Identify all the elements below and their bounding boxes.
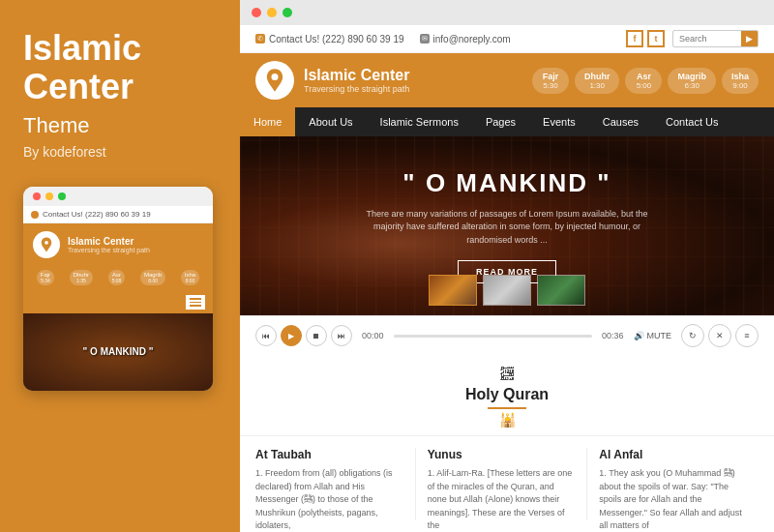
top-bar: ✆ Contact Us! (222) 890 60 39 19 ✉ info@…	[240, 25, 774, 53]
mobile-hero-text: " O MANKIND "	[83, 346, 154, 357]
mobile-prayer-asr: Asr 5:08	[108, 270, 126, 285]
quran-section: ﷽ Holy Quran 🕌	[240, 355, 774, 436]
article-col-2: Yunus 1. Alif-Lam-Ra. [These letters are…	[416, 448, 588, 520]
mobile-header: Islamic Center Traversing the straight p…	[23, 223, 213, 266]
arabic-text: ﷽	[500, 367, 514, 382]
contact-email: ✉ info@noreply.com	[420, 34, 511, 44]
stop-button[interactable]: ⏹	[306, 325, 327, 346]
mobile-hamburger-menu[interactable]	[186, 295, 205, 310]
nav-sermons[interactable]: Islamic Sermons	[367, 107, 472, 136]
mobile-nav-bar	[23, 291, 213, 313]
top-bar-right: f t ▶	[626, 30, 759, 47]
mobile-hero: " O MANKIND "	[23, 313, 213, 391]
prev-button[interactable]: ⏮	[255, 325, 277, 346]
site-logo: Islamic Center Traversing the straight p…	[255, 61, 409, 100]
player-start-time: 00:00	[362, 331, 384, 340]
player-progress-bar[interactable]	[394, 335, 592, 338]
player-controls: ⏮ ▶ ⏹ ⏭	[255, 325, 352, 346]
nav-home[interactable]: Home	[240, 107, 295, 136]
nav-contact[interactable]: Contact Us	[652, 107, 731, 136]
article-col-1: At Taubah 1. Freedom from (all) obligati…	[255, 448, 416, 520]
prayer-asr: Asr 5:00	[625, 68, 662, 94]
mobile-header-text: Islamic Center Traversing the straight p…	[68, 236, 150, 253]
search-input[interactable]	[673, 32, 741, 45]
theme-subtitle: Theme	[23, 113, 89, 138]
browser-dot-green[interactable]	[283, 8, 292, 17]
article-text-2: 1. Alif-Lam-Ra. [These letters are one o…	[428, 467, 576, 532]
articles-section: At Taubah 1. Freedom from (all) obligati…	[240, 436, 774, 532]
player-end-time: 00:36	[602, 331, 624, 340]
browser-chrome	[240, 0, 774, 25]
twitter-icon[interactable]: t	[647, 30, 665, 47]
site-header: Islamic Center Traversing the straight p…	[240, 53, 774, 107]
nav-about[interactable]: About Us	[295, 107, 366, 136]
prayer-magrib: Magrib 6:30	[668, 68, 716, 94]
quran-icon: 🕌	[499, 412, 516, 428]
hero-thumb-1[interactable]	[429, 275, 477, 306]
hero-thumb-2[interactable]	[483, 275, 531, 306]
theme-by: By kodeforest	[23, 144, 106, 160]
mobile-dot-green	[58, 192, 66, 200]
mobile-prayer-magrib: Magrib 6:00	[140, 270, 165, 285]
contact-phone: ✆ Contact Us! (222) 890 60 39 19	[255, 34, 404, 44]
nav-events[interactable]: Events	[529, 107, 589, 136]
playlist-button[interactable]: ≡	[735, 324, 759, 347]
thumb-image-2	[484, 276, 530, 305]
right-panel: ✆ Contact Us! (222) 890 60 39 19 ✉ info@…	[240, 0, 774, 532]
thumb-image-3	[538, 276, 584, 305]
prayer-dhuhr: Dhuhr 1:30	[575, 68, 620, 94]
svg-point-0	[45, 241, 48, 245]
play-button[interactable]: ▶	[281, 325, 302, 346]
prayer-fajr: Fajr 5:30	[532, 68, 569, 94]
site-tagline: Traversing the straight path	[304, 84, 409, 94]
volume-icon: 🔊	[634, 331, 644, 340]
hero-description: There are many variations of passages of…	[352, 208, 662, 248]
svg-point-1	[272, 74, 279, 80]
prayer-times: Fajr 5:30 Dhuhr 1:30 Asr 5:00 Magrib 6:3…	[532, 68, 759, 94]
nav-causes[interactable]: Causes	[589, 107, 652, 136]
nav-bar: Home About Us Islamic Sermons Pages Even…	[240, 107, 774, 136]
article-text-3: 1. They ask you (O Muhammad ﷺ) about the…	[599, 467, 747, 532]
quran-title: Holy Quran	[465, 386, 549, 403]
next-button[interactable]: ⏭	[331, 325, 352, 346]
website-preview: ✆ Contact Us! (222) 890 60 39 19 ✉ info@…	[240, 25, 774, 532]
logo-text: Islamic Center Traversing the straight p…	[304, 67, 409, 94]
search-box[interactable]: ▶	[672, 30, 759, 47]
mobile-contact-bar: Contact Us! (222) 890 60 39 19	[23, 206, 213, 223]
article-title-2: Yunus	[428, 448, 576, 461]
mobile-contact-text: Contact Us! (222) 890 60 39 19	[43, 210, 151, 219]
facebook-icon[interactable]: f	[626, 30, 643, 47]
mobile-logo-circle	[33, 231, 60, 258]
article-title-3: Al Anfal	[599, 448, 747, 461]
hero-thumb-3[interactable]	[537, 275, 585, 306]
mobile-browser-bar	[23, 187, 213, 206]
quran-underline	[488, 407, 526, 409]
mobile-prayer-dhuhr: Dhuhr 1:35	[70, 270, 93, 285]
article-text-1: 1. Freedom from (all) obligations (is de…	[255, 467, 403, 532]
search-button[interactable]: ▶	[741, 31, 758, 46]
player-right-buttons: ↻ ✕ ≡	[681, 324, 759, 347]
theme-title: IslamicCenter	[23, 29, 141, 105]
article-title-1: At Taubah	[255, 448, 403, 461]
mobile-prayer-fajr: Fajr 5:34	[37, 270, 54, 285]
hero-section: " O MANKIND " There are many variations …	[240, 136, 774, 315]
mobile-phone-icon	[31, 211, 39, 219]
nav-pages[interactable]: Pages	[472, 107, 529, 136]
mute-button[interactable]: 🔊 MUTE	[634, 331, 672, 340]
repeat-button[interactable]: ↻	[681, 324, 704, 347]
mobile-dot-red	[33, 192, 41, 200]
thumb-image-1	[430, 276, 476, 305]
hero-thumbnails	[429, 275, 585, 306]
email-icon: ✉	[420, 34, 430, 44]
phone-icon: ✆	[255, 34, 265, 44]
audio-player: ⏮ ▶ ⏹ ⏭ 00:00 00:36 🔊 MUTE ↻ ✕ ≡	[240, 315, 774, 355]
shuffle-button[interactable]: ✕	[708, 324, 731, 347]
social-icons: f t	[626, 30, 665, 47]
left-panel: IslamicCenter Theme By kodeforest Contac…	[0, 0, 240, 532]
site-name: Islamic Center	[304, 67, 409, 84]
mobile-prayer-times: Fajr 5:34 Dhuhr 1:35 Asr 5:08 Magrib 6:0…	[23, 266, 213, 291]
top-bar-left: ✆ Contact Us! (222) 890 60 39 19 ✉ info@…	[255, 34, 511, 44]
browser-dot-yellow[interactable]	[267, 8, 277, 17]
mobile-preview: Contact Us! (222) 890 60 39 19 Islamic C…	[23, 187, 213, 391]
browser-dot-red[interactable]	[252, 8, 261, 17]
